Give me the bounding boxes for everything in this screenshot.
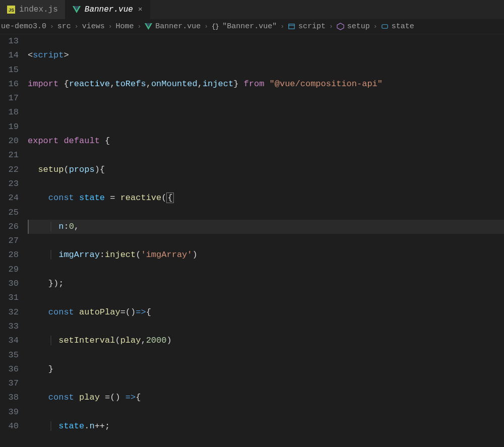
tab-label-active: Banner.vue [85,5,133,14]
line-number: 18 [0,105,19,119]
line-number: 16 [0,77,19,91]
line-number: 27 [0,234,19,248]
symbol-variable-icon [381,23,389,30]
line-number: 28 [0,248,19,262]
line-number: 23 [0,177,19,191]
code-line: export default { [28,134,504,148]
code-line: │ state.n++; [28,419,504,433]
breadcrumb-item[interactable]: state [380,22,415,31]
line-number: 35 [0,348,19,362]
code-editor[interactable]: 13 14 15 16 17 18 19 20 21 22 23 24 25 2… [0,34,504,445]
svg-text:JS: JS [9,8,14,13]
line-number: 20 [0,134,19,148]
breadcrumb-item[interactable]: views [81,22,106,31]
line-number: 38 [0,391,19,405]
line-number: 37 [0,376,19,391]
line-number: 13 [0,34,19,48]
svg-rect-7 [289,24,294,29]
line-number: 30 [0,277,19,291]
line-number: 31 [0,291,19,305]
line-number: 36 [0,362,19,376]
breadcrumb: ue-demo3.0 › src › views › Home › Banner… [0,19,504,34]
code-line: import {reactive,toRefs,onMounted,inject… [28,77,504,91]
line-number: 15 [0,63,19,77]
code-line: const play =() =>{ [28,391,504,405]
breadcrumb-item[interactable]: script [287,22,327,31]
line-number: 22 [0,163,19,177]
vue-file-icon [145,23,152,30]
chevron-right-icon: › [138,23,142,30]
line-number: 26 [0,220,19,234]
chevron-right-icon: › [280,23,284,30]
tab-index-js[interactable]: JS index.js [0,0,66,19]
js-file-icon: JS [7,6,15,14]
braces-icon: {} [212,23,219,30]
tab-banner-vue[interactable]: Banner.vue × [66,0,150,19]
chevron-right-icon: › [373,23,377,30]
breadcrumb-item[interactable]: src [56,22,72,31]
code-line: const state = reactive({ [28,191,504,205]
line-number: 32 [0,305,19,320]
code-line: <script> [28,48,504,62]
vue-file-icon [73,6,81,14]
chevron-right-icon: › [75,23,79,30]
line-number: 29 [0,263,19,277]
line-number: 24 [0,191,19,205]
code-line: }); [28,277,504,291]
line-number: 40 [0,419,19,433]
breadcrumb-item[interactable]: Banner.vue [144,22,202,31]
svg-text:{}: {} [212,23,219,30]
breadcrumb-item[interactable]: Home [114,22,135,31]
symbol-method-icon [337,23,344,30]
code-line: │ imgArray:inject('imgArray') [28,248,504,262]
breadcrumb-item[interactable]: setup [336,22,371,31]
code-line: │ n:0, [28,220,504,234]
code-line: const autoPlay=()=>{ [28,305,504,320]
line-number: 39 [0,405,19,419]
code-line: │ setInterval(play,2000) [28,334,504,348]
line-number: 19 [0,120,19,134]
close-icon[interactable]: × [138,6,143,14]
chevron-right-icon: › [329,23,333,30]
chevron-right-icon: › [50,23,54,30]
line-number: 21 [0,148,19,162]
breadcrumb-item[interactable]: {} "Banner.vue" [211,22,278,31]
chevron-right-icon: › [108,23,112,30]
breadcrumb-item[interactable]: ue-demo3.0 [0,22,47,31]
svg-rect-10 [382,25,388,29]
line-number: 25 [0,206,19,220]
tab-label: index.js [19,5,58,14]
line-number: 34 [0,334,19,348]
svg-marker-9 [337,23,344,30]
code-line [28,105,504,119]
editor-tabs: JS index.js Banner.vue × [0,0,504,19]
line-number: 33 [0,320,19,334]
code-line: setup(props){ [28,163,504,177]
code-line: } [28,362,504,376]
line-number-gutter: 13 14 15 16 17 18 19 20 21 22 23 24 25 2… [0,34,28,445]
symbol-module-icon [288,23,295,30]
chevron-right-icon: › [204,23,208,30]
line-number: 17 [0,91,19,105]
code-content[interactable]: <script> import {reactive,toRefs,onMount… [28,34,504,445]
line-number: 14 [0,48,19,62]
